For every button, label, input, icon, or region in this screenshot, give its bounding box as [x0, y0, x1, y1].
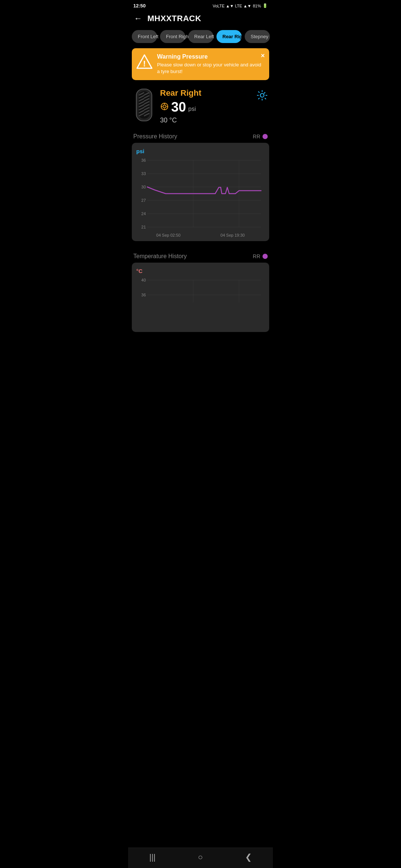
tab-rear-left[interactable]: Rear Left	[188, 30, 213, 43]
warning-title: Warning Pressure	[157, 53, 264, 60]
tab-stepney[interactable]: Stepney	[245, 30, 270, 43]
svg-text:30: 30	[141, 185, 146, 189]
pressure-history-header: Pressure History RR	[128, 128, 273, 143]
status-time: 12:50	[133, 3, 146, 9]
header: ← MHXXTRACK	[128, 10, 273, 28]
battery-icon: 🔋	[263, 3, 268, 8]
signal-icon: VoLTE ▲▼ LTE ▲▼	[213, 4, 251, 8]
temperature-chart-svg: 40 36	[136, 276, 265, 306]
temperature-legend-label: RR	[253, 253, 260, 259]
tabs-row: Front Left Front Right Rear Left Rear Ri…	[128, 28, 273, 48]
status-bar: 12:50 VoLTE ▲▼ LTE ▲▼ 81% 🔋	[128, 0, 273, 10]
temperature-history-header: Temperature History RR	[128, 248, 273, 263]
svg-text:36: 36	[141, 158, 146, 162]
pressure-x-label-1: 04 Sep 02:50	[156, 233, 180, 237]
svg-point-26	[260, 93, 264, 97]
tab-rear-right[interactable]: Rear Right	[216, 30, 242, 43]
tire-icon	[133, 88, 155, 122]
settings-button[interactable]	[257, 90, 268, 103]
temperature-history-title: Temperature History	[133, 253, 187, 260]
svg-point-21	[163, 105, 166, 108]
pressure-legend-label: RR	[253, 134, 260, 139]
pressure-icon	[160, 102, 169, 113]
pressure-chart-svg: 36 33 30 27 24 21	[136, 157, 265, 231]
pressure-history-title: Pressure History	[133, 133, 177, 140]
tab-front-left[interactable]: Front Left	[132, 30, 157, 43]
tire-temperature: 30 °C	[160, 116, 251, 124]
warning-close-button[interactable]: ×	[261, 52, 265, 60]
pressure-legend-dot	[263, 134, 268, 139]
pressure-x-label-2: 04 Sep 19:30	[221, 233, 245, 237]
pressure-unit: psi	[188, 106, 196, 112]
tire-details: Rear Right 30 psi 30 °C	[160, 88, 251, 124]
warning-text-block: Warning Pressure Please slow down or sto…	[157, 53, 264, 75]
temperature-chart-container: °C 40 36	[132, 263, 269, 332]
svg-text:!: !	[143, 59, 146, 68]
tab-front-right[interactable]: Front Right	[160, 30, 185, 43]
temperature-chart-area: 40 36	[136, 276, 265, 306]
temperature-legend-dot	[263, 254, 268, 259]
battery-level: 81%	[253, 4, 261, 8]
app-title: MHXXTRACK	[147, 14, 201, 23]
svg-text:36: 36	[141, 293, 146, 297]
back-button[interactable]: ←	[134, 14, 142, 23]
tire-info-section: Rear Right 30 psi 30 °C	[128, 85, 273, 128]
svg-text:33: 33	[141, 171, 146, 176]
warning-triangle-icon: !	[136, 53, 153, 72]
svg-text:21: 21	[141, 225, 146, 229]
pressure-chart-x-labels: 04 Sep 02:50 04 Sep 19:30	[136, 233, 265, 237]
warning-body: Please slow down or stop your vehicle an…	[157, 62, 264, 75]
pressure-chart-container: psi 36 33 30 27 24 21 04 Sep 02:50	[132, 143, 269, 241]
pressure-legend: RR	[253, 134, 268, 139]
tire-name: Rear Right	[160, 88, 251, 98]
temperature-legend: RR	[253, 253, 268, 259]
status-right: VoLTE ▲▼ LTE ▲▼ 81% 🔋	[213, 3, 268, 8]
svg-text:24: 24	[141, 211, 146, 216]
svg-text:27: 27	[141, 198, 146, 203]
pressure-chart-area: 36 33 30 27 24 21	[136, 157, 265, 231]
tire-pressure-row: 30 psi	[160, 99, 251, 115]
pressure-chart-y-label: psi	[136, 148, 265, 154]
svg-text:40: 40	[141, 278, 146, 282]
temperature-chart-y-label: °C	[136, 268, 265, 274]
pressure-value: 30	[171, 99, 186, 115]
warning-banner: ! Warning Pressure Please slow down or s…	[132, 48, 269, 80]
